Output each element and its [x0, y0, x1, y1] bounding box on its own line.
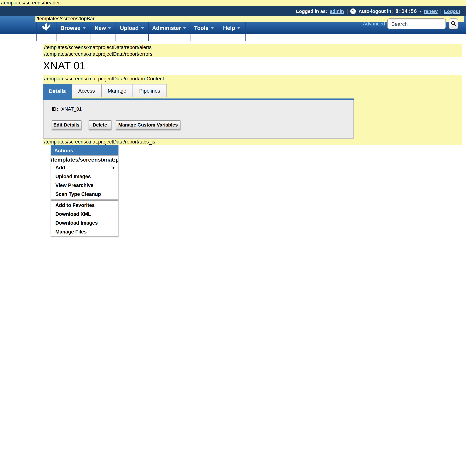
xnat-logo-home[interactable] — [36, 21, 56, 34]
chevron-down-icon — [237, 27, 240, 29]
username-link[interactable]: admin — [330, 9, 344, 14]
debug-path-precontent: /templates/screens/xnat:projectData/repo… — [43, 76, 462, 82]
delete-button[interactable]: Delete — [89, 120, 111, 130]
manage-custom-variables-button[interactable]: Manage Custom Variables — [116, 120, 180, 130]
search-button[interactable] — [449, 18, 458, 29]
tab-manage[interactable]: Manage — [101, 84, 133, 97]
user-band: Logged in as: admin | ? Auto-logout in: … — [0, 6, 466, 16]
debug-path-alerts: /templates/screens/xnat:projectData/repo… — [43, 44, 462, 51]
menu-item-manage-files[interactable]: Manage Files — [51, 227, 118, 237]
submenu-arrow-icon — [112, 166, 115, 169]
nav-item-new[interactable]: New — [90, 21, 116, 34]
logout-link[interactable]: Logout — [444, 9, 460, 14]
tab-access[interactable]: Access — [72, 84, 101, 97]
chevron-down-icon — [141, 27, 144, 29]
nav-item-tools[interactable]: Tools — [190, 21, 218, 34]
nav-item-label: Upload — [120, 24, 139, 31]
nav-item-label: Help — [223, 24, 235, 31]
xnat-leaf-icon — [41, 22, 51, 34]
debug-path-errors: /templates/screens/xnat:projectData/repo… — [43, 51, 462, 57]
tab-pipelines[interactable]: Pipelines — [133, 84, 167, 97]
nav-item-label: Browse — [60, 24, 80, 31]
logged-in-label: Logged in as: — [296, 9, 327, 14]
tab-accent-bar — [43, 98, 353, 100]
nav-item-label: Administer — [152, 24, 181, 31]
menu-item-view-prearchive[interactable]: View Prearchive — [51, 181, 118, 190]
page-title: XNAT 01 — [43, 60, 85, 72]
search-icon — [451, 21, 456, 27]
menu-item-scan-type-cleanup[interactable]: Scan Type Cleanup — [51, 190, 118, 199]
chevron-down-icon — [83, 27, 86, 29]
user-bar: Logged in as: admin | ? Auto-logout in: … — [296, 6, 460, 16]
menu-item-add[interactable]: Add — [51, 163, 118, 172]
separator: | — [440, 9, 442, 14]
nav-item-upload[interactable]: Upload — [116, 21, 148, 34]
actions-clipped-template-path: /templates/screens/xnat:project — [51, 156, 118, 163]
nav-item-label: New — [94, 24, 106, 31]
nav-item-administer[interactable]: Administer — [148, 21, 190, 34]
menu-item-add-to-favorites[interactable]: Add to Favorites — [51, 201, 118, 210]
chevron-down-icon — [108, 27, 111, 29]
menu-divider — [51, 199, 118, 201]
advanced-search-link[interactable]: Advanced — [363, 21, 385, 27]
debug-path-header: /templates/screens/header — [0, 0, 466, 6]
autologout-timer: 0:14:56 — [396, 9, 417, 14]
nav-item-browse[interactable]: Browse — [56, 21, 90, 34]
separator: | — [347, 9, 348, 14]
nav-item-label: Tools — [194, 24, 209, 31]
debug-path-tabs-js: /templates/screens/xnat:projectData/repo… — [43, 139, 462, 145]
chevron-down-icon — [211, 27, 214, 29]
nav-item-help[interactable]: Help — [218, 21, 245, 34]
tab-details[interactable]: Details — [43, 84, 72, 98]
search-input[interactable] — [387, 18, 446, 29]
actions-menu: /templates/screens/xnat:project Add Uplo… — [51, 155, 118, 237]
id-label: ID: — [52, 106, 58, 112]
renew-link[interactable]: renew — [424, 9, 438, 14]
autologout-label: Auto-logout in: — [358, 9, 393, 14]
menu-item-upload-images[interactable]: Upload Images — [51, 172, 118, 181]
actions-menu-header: Actions — [51, 145, 118, 155]
nav-separator — [245, 21, 246, 41]
menu-item-download-xml[interactable]: Download XML — [51, 210, 118, 219]
details-panel — [43, 100, 353, 138]
chevron-down-icon — [183, 27, 186, 29]
xnat-page: /templates/screens/header Logged in as: … — [0, 0, 466, 238]
menu-item-download-images[interactable]: Download Images — [51, 219, 118, 227]
edit-details-button[interactable]: Edit Details — [52, 120, 81, 130]
dash: - — [419, 9, 421, 14]
help-icon[interactable]: ? — [350, 9, 356, 14]
project-id-row: ID: XNAT_01 — [52, 106, 82, 112]
id-value: XNAT_01 — [61, 106, 82, 112]
menu-item-label: Add — [55, 163, 65, 172]
